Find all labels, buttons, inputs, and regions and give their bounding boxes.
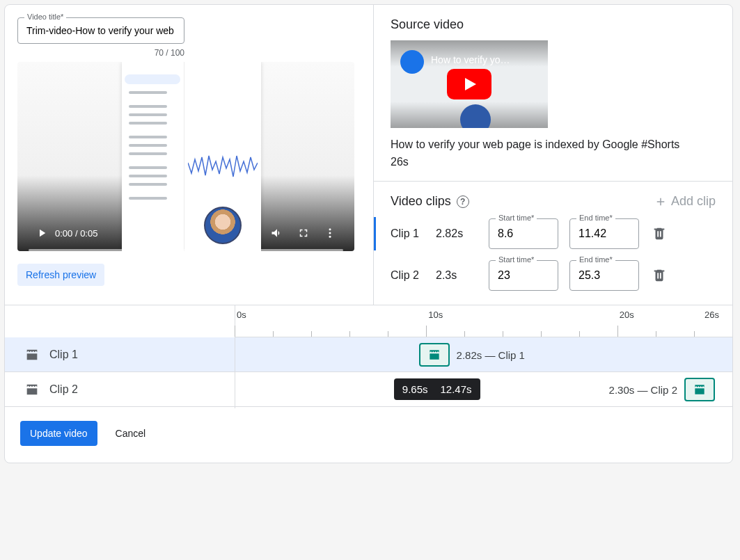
svg-point-1: [329, 232, 331, 234]
delete-clip-icon[interactable]: [652, 267, 668, 284]
help-icon[interactable]: ?: [457, 195, 469, 208]
title-char-counter: 70 / 100: [17, 48, 184, 58]
video-title-input[interactable]: [17, 17, 184, 44]
volume-icon[interactable]: [269, 225, 285, 241]
timeline-row-clip1[interactable]: Clip 1 2.82s — Clip 1: [5, 337, 732, 372]
cancel-button[interactable]: Cancel: [111, 427, 150, 440]
timeline-chip-clip1[interactable]: 2.82s — Clip 1: [419, 343, 525, 367]
player-time: 0:00 / 0:05: [55, 228, 97, 239]
preview-pane: Video title* 70 / 100: [5, 5, 374, 305]
film-icon: [24, 382, 40, 397]
footer-actions: Update video Cancel: [5, 407, 732, 463]
clip-name: Clip 2: [391, 269, 436, 282]
player-controls: 0:00 / 0:05: [17, 219, 354, 251]
video-title-field[interactable]: Video title*: [17, 17, 184, 44]
timeline-row-clip2[interactable]: Clip 2 9.65s 12.47s 2.30s — Clip 2: [5, 372, 732, 407]
play-icon[interactable]: [34, 225, 49, 241]
video-editor-card: Video title* 70 / 100: [4, 4, 733, 463]
clip2-end-input[interactable]: [569, 260, 639, 291]
timeline-chip-clip2[interactable]: 2.30s — Clip 2: [609, 378, 715, 401]
right-pane: Source video How to verify yo… How to ve…: [374, 5, 732, 305]
clip1-end-field[interactable]: End time*: [569, 218, 639, 249]
svg-point-2: [329, 236, 331, 238]
update-video-button[interactable]: Update video: [20, 421, 97, 446]
svg-point-0: [329, 228, 331, 230]
source-video-title: How to verify your web page is indexed b…: [391, 136, 716, 153]
clip2-start-field[interactable]: Start time*: [489, 260, 558, 291]
film-icon: [419, 343, 450, 367]
clip1-start-field[interactable]: Start time*: [489, 218, 558, 249]
clip-duration: 2.82s: [436, 227, 478, 240]
youtube-play-icon[interactable]: [447, 69, 491, 99]
clip-row-1[interactable]: Clip 1 2.82s Start time* End time*: [374, 217, 716, 250]
timeline-ruler[interactable]: 0s 10s 20s 26s: [235, 305, 732, 337]
timeline-tooltip: 9.65s 12.47s: [394, 378, 480, 400]
clip2-start-input[interactable]: [489, 260, 558, 291]
fullscreen-icon[interactable]: [296, 225, 311, 241]
source-video-heading: Source video: [391, 17, 716, 32]
film-icon: [24, 347, 40, 362]
more-icon[interactable]: [322, 225, 338, 241]
source-video-duration: 26s: [391, 156, 716, 168]
clip-row-2[interactable]: Clip 2 2.3s Start time* End time*: [391, 259, 716, 292]
source-video-thumbnail[interactable]: How to verify yo…: [391, 40, 548, 128]
add-clip-button[interactable]: Add clip: [654, 194, 716, 209]
delete-clip-icon[interactable]: [652, 225, 668, 242]
video-preview[interactable]: 0:00 / 0:05: [17, 62, 354, 251]
thumb-title: How to verify yo…: [431, 54, 510, 65]
clip-name: Clip 1: [391, 227, 436, 240]
refresh-preview-button[interactable]: Refresh preview: [17, 264, 104, 286]
video-clips-heading: Video clips: [391, 194, 451, 209]
timeline: 0s 10s 20s 26s Clip 1: [5, 305, 732, 407]
film-icon: [684, 378, 715, 401]
clip2-end-field[interactable]: End time*: [569, 260, 639, 291]
clip-duration: 2.3s: [436, 269, 478, 282]
clip1-end-input[interactable]: [569, 218, 639, 249]
video-title-label: Video title*: [24, 13, 66, 21]
clip1-start-input[interactable]: [489, 218, 558, 249]
